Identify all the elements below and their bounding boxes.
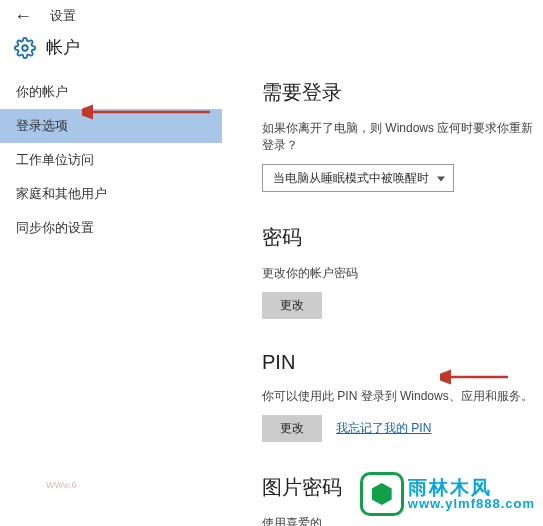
picture-password-description: 使用喜爱的 [262,515,543,526]
page-title: 帐户 [46,36,80,59]
svg-point-0 [22,45,28,51]
password-heading: 密码 [262,224,543,251]
watermark-icon [360,472,404,516]
back-icon[interactable]: ← [14,6,32,27]
pin-change-button[interactable]: 更改 [262,415,322,442]
pin-heading: PIN [262,351,543,374]
sidebar-item-work-access[interactable]: 工作单位访问 [0,143,222,177]
watermark-text-url: www.ylmf888.com [408,497,535,510]
gear-icon [14,37,36,59]
sidebar-item-family[interactable]: 家庭和其他用户 [0,177,222,211]
watermark-text-cn: 雨林木风 [408,478,535,497]
pin-description: 你可以使用此 PIN 登录到 Windows、应用和服务。 [262,388,543,405]
password-change-button[interactable]: 更改 [262,292,322,319]
sidebar-item-your-account[interactable]: 你的帐户 [0,75,222,109]
signin-dropdown[interactable]: 当电脑从睡眠模式中被唤醒时 [262,164,454,192]
sidebar-item-signin-options[interactable]: 登录选项 [0,109,222,143]
sidebar-item-sync[interactable]: 同步你的设置 [0,211,222,245]
window-title: 设置 [50,7,76,25]
signin-description: 如果你离开了电脑，则 Windows 应何时要求你重新登录？ [262,120,543,154]
signin-heading: 需要登录 [262,79,543,106]
watermark-logo: 雨林木风 www.ylmf888.com [360,472,535,516]
password-description: 更改你的帐户密码 [262,265,543,282]
watermark-small: WWw.6 [46,480,77,490]
sidebar: 你的帐户 登录选项 工作单位访问 家庭和其他用户 同步你的设置 [0,71,222,526]
forgot-pin-link[interactable]: 我忘记了我的 PIN [336,420,431,437]
